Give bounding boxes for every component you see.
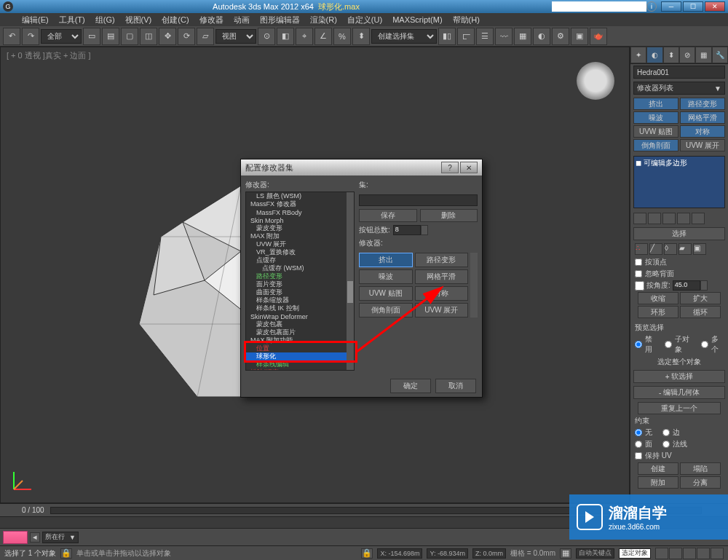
render-setup-button[interactable]: ⚙ [552, 28, 569, 45]
autokey-button[interactable]: 自动关键点 [576, 548, 614, 559]
viewcube[interactable] [577, 62, 614, 100]
y-coord[interactable]: Y: -68.934m [427, 548, 468, 559]
track-prev-icon[interactable]: ◂ [30, 532, 40, 543]
preview-multi-radio[interactable] [701, 341, 708, 348]
preview-subobj-radio[interactable] [665, 341, 672, 348]
make-unique-button[interactable] [662, 213, 676, 224]
element-so-button[interactable]: ▣ [693, 243, 706, 255]
goto-end-button[interactable] [711, 548, 724, 559]
modifier-list-dropdown[interactable]: 修改器列表▼ [633, 82, 725, 95]
repeat-last-button[interactable]: 重复上一个 [638, 402, 721, 414]
move-button[interactable]: ✥ [159, 28, 176, 45]
remove-modifier-button[interactable] [677, 213, 690, 224]
render-button[interactable]: 🫖 [590, 28, 607, 45]
pin-stack-button[interactable] [633, 213, 646, 224]
track-dropdown[interactable]: 所在行▼ [42, 532, 79, 543]
preserve-uv-check[interactable] [635, 452, 642, 460]
x-coord[interactable]: X: -154.698m [377, 548, 422, 559]
rotate-button[interactable]: ⟳ [178, 28, 195, 45]
grid-btn-0[interactable]: 挤出 [359, 253, 413, 267]
modifiers-listbox[interactable]: LS 颜色 (WSM)MassFX 修改器MassFX RBodySkin Mo… [245, 192, 355, 371]
quick-mod-6[interactable]: 倒角剖面 [633, 139, 678, 151]
detach-button[interactable]: 分离 [680, 476, 721, 489]
preview-disable-radio[interactable] [635, 341, 642, 348]
layers-button[interactable]: ☰ [476, 28, 494, 45]
ok-button[interactable]: 确定 [390, 379, 431, 393]
menu-animation[interactable]: 动画 [234, 15, 250, 25]
loop-button[interactable]: 循环 [680, 306, 721, 318]
angle-spinner[interactable] [700, 280, 708, 291]
edge-so-button[interactable]: ╱ [649, 243, 662, 255]
named-set-select[interactable]: 创建选择集 [371, 29, 437, 44]
modifier-list-item[interactable]: MassFX 修改器 [246, 200, 347, 208]
hierarchy-tab[interactable]: ⬍ [663, 47, 679, 63]
dialog-close-button[interactable]: ✕ [460, 162, 478, 173]
sets-combo[interactable] [359, 194, 478, 206]
keymode-dropdown[interactable]: 选定对象 [619, 548, 651, 559]
create-tab[interactable]: ✦ [630, 47, 646, 63]
quick-mod-2[interactable]: 噪波 [633, 111, 678, 124]
undo-button[interactable]: ↶ [3, 28, 20, 45]
ignore-backface-check[interactable] [635, 270, 642, 277]
select-object-button[interactable]: ▭ [83, 28, 100, 45]
menu-help[interactable]: 帮助(H) [453, 15, 480, 25]
c-none-radio[interactable] [635, 429, 642, 436]
total-field[interactable]: 8 [393, 225, 421, 235]
filter-select[interactable]: 全部 [41, 29, 82, 44]
motion-tab[interactable]: ⊘ [679, 47, 695, 63]
delete-set-button[interactable]: 删除 [420, 209, 478, 222]
listbox-scrollbar[interactable] [347, 192, 354, 370]
menu-edit[interactable]: 编辑(E) [22, 15, 49, 25]
menu-grapheditor[interactable]: 图形编辑器 [260, 15, 300, 25]
search-input[interactable] [552, 1, 646, 12]
z-coord[interactable]: Z: 0.0mm [472, 548, 506, 559]
quick-mod-4[interactable]: UVW 贴图 [633, 125, 678, 138]
rollout-editgeo[interactable]: - 编辑几何体 [633, 386, 725, 399]
by-vertex-check[interactable] [635, 259, 642, 266]
prev-frame-button[interactable] [669, 548, 682, 559]
menu-maxscript[interactable]: MAXScript(M) [392, 15, 442, 24]
percent-snap-button[interactable]: % [333, 28, 351, 45]
object-name-field[interactable]: Hedra001 [633, 66, 725, 79]
display-tab[interactable]: ▦ [695, 47, 711, 63]
maximize-button[interactable]: ☐ [683, 1, 703, 12]
utilities-tab[interactable]: 🔧 [712, 47, 728, 63]
modifier-list-item[interactable]: 样条线 IK 控制 [246, 304, 347, 312]
mirror-button[interactable]: ▮▯ [438, 28, 456, 45]
grid-btn-6[interactable]: 倒角剖面 [359, 303, 413, 318]
save-set-button[interactable]: 保存 [359, 209, 417, 222]
modifier-list-item[interactable]: MassFX RBody [246, 208, 347, 216]
close-button[interactable]: ✕ [705, 1, 725, 12]
configure-sets-button[interactable] [692, 213, 705, 224]
modifier-list-item[interactable]: 松弛/细束 [246, 368, 347, 371]
total-spinner[interactable] [421, 225, 428, 235]
cancel-button[interactable]: 取消 [435, 379, 476, 393]
quick-mod-3[interactable]: 网格平滑 [680, 111, 725, 124]
play-button[interactable] [683, 548, 696, 559]
ref-coord-select[interactable]: 视图 [215, 29, 256, 44]
grid-btn-2[interactable]: 噪波 [359, 269, 413, 284]
by-angle-check[interactable] [635, 281, 644, 291]
modify-tab[interactable]: ◐ [646, 47, 662, 63]
grid-btn-1[interactable]: 路径变形 [415, 253, 469, 267]
border-so-button[interactable]: ◊ [664, 243, 677, 255]
grid-btn-5[interactable]: 对称 [415, 286, 469, 301]
polygon-so-button[interactable]: ▰ [678, 243, 692, 255]
quick-mod-1[interactable]: 路径变形 [680, 98, 725, 110]
spinner-snap-button[interactable]: ⬍ [352, 28, 370, 45]
render-frame-button[interactable]: ▣ [571, 28, 588, 45]
c-edge-radio[interactable] [662, 429, 670, 436]
manipulate-button[interactable]: ◧ [277, 28, 294, 45]
rollout-selection[interactable]: 选择 [633, 227, 725, 240]
select-region-button[interactable]: ▢ [121, 28, 138, 45]
grid-scrollbar[interactable] [470, 253, 478, 318]
dialog-help-button[interactable]: ? [441, 162, 459, 173]
show-end-result-button[interactable] [648, 213, 661, 224]
create-button[interactable]: 创建 [638, 462, 678, 475]
snap-button[interactable]: ⌖ [296, 28, 313, 45]
align-button[interactable]: ⫍ [457, 28, 475, 45]
menu-create[interactable]: 创建(C) [162, 15, 189, 25]
track-box[interactable] [3, 531, 28, 544]
angle-field[interactable]: 45.0 [673, 280, 700, 291]
grow-button[interactable]: 扩大 [680, 292, 721, 304]
